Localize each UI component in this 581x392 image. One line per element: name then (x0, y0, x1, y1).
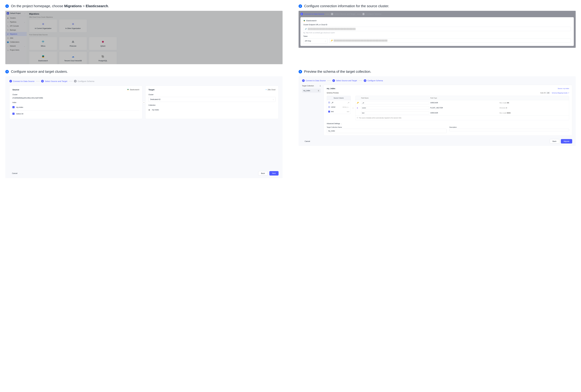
cancel-button[interactable]: Cancel (9, 171, 20, 176)
field-name-input[interactable]: _id (361, 101, 429, 104)
wizard-label-1[interactable]: Connect to Data Source (13, 80, 34, 82)
wizard-label-2: Select Source and Target (334, 13, 356, 15)
target-cluster-select[interactable]: Dedicated-02⌄ (148, 97, 275, 102)
wizard-steps: ✓Connect to Data Source ✓Select Source a… (302, 79, 572, 82)
wizard-steps: 1Connect to Data Source 2Select Source a… (300, 13, 574, 15)
wizard-num-3: 3 (74, 80, 76, 82)
pinecone-icon: ⁂ (71, 40, 75, 44)
checkbox-checked-icon[interactable]: ✓ (12, 106, 14, 108)
step1-text: On the project homepage, choose (11, 4, 64, 8)
wizard-num-2: 2 (41, 80, 44, 82)
field-type: VARCHAR (430, 112, 498, 114)
main-content: Migrations Zilliz Cloud Cross-Cluster Mi… (27, 11, 282, 64)
endpoint-input[interactable]: 🔗████████████████████████████████ (304, 27, 571, 31)
nav-project-alerts[interactable]: △Project Alerts (5, 48, 27, 52)
wizard-label-1[interactable]: Connect to Data Source (306, 80, 326, 82)
next-button[interactable]: Next (269, 171, 278, 176)
auto-id: Auto ID Off (540, 92, 550, 94)
endpoint-label: Cluster Endpoint URL or Cloud ID (304, 24, 571, 26)
network-icon: ↔ (7, 45, 9, 47)
target-title: Target (148, 88, 154, 91)
wizard-num-2: 2 (331, 13, 334, 15)
qdrant-icon: ⬢ (101, 40, 105, 44)
card-milvus[interactable]: 👁Milvus (29, 37, 57, 50)
spark-icon: ✳ (42, 22, 45, 26)
index-item-row[interactable]: ✓my-index (12, 105, 139, 110)
source-columns: Source Column ✓_id_id ✓vectordense_v... … (327, 96, 351, 114)
back-button[interactable]: Back (258, 171, 268, 176)
src-row-text: ✓texttext (327, 109, 351, 114)
source-ref: Source: my-index (558, 88, 569, 89)
advanced-settings-toggle[interactable]: Advanced Settings⌄ (327, 123, 569, 124)
nav-jobs[interactable]: ◷Jobs (5, 36, 27, 40)
nav-pipelines[interactable]: ⊸Pipelines⌄ (5, 20, 27, 24)
panel-homepage: ◧ Default Project ⌄ ◉Clusters ⊸Pipelines… (5, 11, 282, 64)
migrate-button[interactable]: Migrate (561, 139, 572, 144)
card-pinecone[interactable]: ⁂Pinecone (59, 37, 87, 50)
nav-backups[interactable]: ⎘Backups (5, 28, 27, 32)
project-selector[interactable]: ◧ Default Project ⌄ (5, 11, 27, 16)
source-title: Source (12, 88, 19, 91)
backups-icon: ⎘ (7, 29, 9, 31)
cancel-button[interactable]: Cancel (302, 139, 313, 143)
checkbox-checked-icon[interactable]: ✓ (12, 113, 14, 115)
link-icon: 🔗 (305, 28, 307, 30)
section-cross-cluster: Zilliz Cloud Cross-Cluster Migrations (29, 16, 280, 18)
card-in-current-org[interactable]: ✳In Current Organization (29, 19, 57, 32)
source-cluster-label: Cluster (12, 94, 139, 96)
panel-schema: ✓Connect to Data Source ✓Select Source a… (298, 76, 576, 146)
collection-icon: ▦ (148, 109, 150, 111)
step-badge-2: 2 (298, 4, 302, 8)
migrations-icon: ⇄ (7, 33, 9, 35)
step-4: 4 Preview the schema of the target colle… (298, 70, 576, 178)
mapping-guide-link[interactable]: Schema Mapping Guide ↗ (552, 92, 569, 94)
svg-point-4 (304, 20, 305, 21)
wizard-check-1: ✓ (302, 79, 305, 82)
src-row-vector: ✓vectordense_v... (327, 105, 351, 109)
milvus-icon: 👁 (42, 40, 45, 44)
nav-collaborators[interactable]: 👥Collaborators (5, 40, 27, 44)
card-qdrant[interactable]: ⬢Qdrant (89, 37, 117, 50)
checkbox-locked-icon: ✓ (328, 102, 330, 104)
card-postgres[interactable]: 🐘PostgreSQL (89, 52, 117, 64)
step1-heading: 1 On the project homepage, choose Migrat… (5, 4, 282, 8)
nav-api-console[interactable]: >_API Console (5, 24, 27, 28)
chevron-down-icon: ⌄ (273, 99, 274, 100)
description-input[interactable] (450, 129, 569, 131)
nav-migrations[interactable]: ⇄Migrations (5, 32, 27, 36)
elasticsearch-icon (42, 55, 45, 58)
back-button[interactable]: Back (550, 139, 559, 144)
wizard-label-2[interactable]: Select Source and Target (336, 80, 357, 82)
wizard-num-1: 1 (300, 13, 303, 15)
collection-label: Collection (148, 104, 275, 106)
field-name-header: Field Name (361, 97, 429, 99)
token-input[interactable]: 🔑████████████████████████████████████ (329, 38, 571, 43)
delete-icon[interactable]: 🗑 (318, 90, 320, 92)
nav-network[interactable]: ↔Network⌄ (5, 44, 27, 48)
card-in-other-org[interactable]: ✳In Other Organization (59, 19, 87, 32)
nav-clusters[interactable]: ◉Clusters (5, 16, 27, 20)
target-collection-name-input[interactable]: my_index (327, 129, 446, 133)
select-all-row[interactable]: ✓Select All (12, 111, 139, 116)
token-label: Token (304, 35, 571, 37)
field-type-header: Field Type (430, 97, 498, 99)
step-3: 3 Configure source and target clusters. … (5, 70, 282, 178)
schema-card: my_index Source: my-index Schema Preview… (324, 85, 572, 136)
svg-point-8 (127, 90, 128, 90)
token-type-select[interactable]: API Key⌄ (304, 38, 328, 44)
source-box: Source Elasticsearch Cluster d7a558d0b8a… (9, 86, 142, 119)
tc-count: 1 (320, 85, 321, 87)
tc-item[interactable]: my_index🗑 (302, 88, 321, 93)
field-name-input[interactable]: vector (361, 106, 429, 109)
checkbox-checked-icon[interactable]: ✓ (328, 111, 330, 112)
console-icon: >_ (7, 25, 9, 27)
info-icon: ⓘ (357, 117, 358, 119)
step4-heading: 4 Preview the schema of the target colle… (298, 70, 576, 74)
card-elasticsearch[interactable]: Elasticsearch (29, 52, 57, 64)
wizard-steps: ✓Connect to Data Source 2Select Source a… (9, 80, 278, 82)
external-link-icon: ↗ (568, 92, 569, 94)
source-cluster-value: d7a558d0b8aa45128bcc341c3a57d46b (12, 97, 139, 99)
field-name-input[interactable]: text (361, 112, 429, 114)
card-tencent[interactable]: ☁Tencent Cloud VectorDB (59, 52, 87, 64)
transfer-arrow-icon: » (142, 101, 146, 104)
